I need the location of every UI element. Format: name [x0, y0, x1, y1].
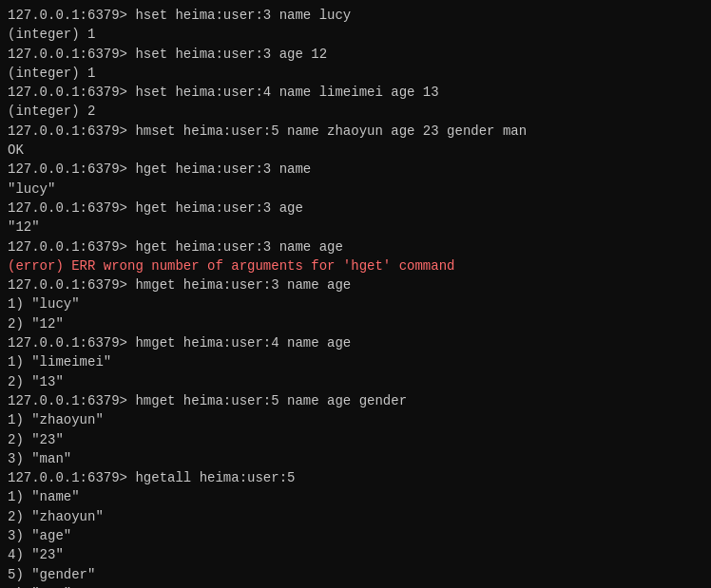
terminal-line: "lucy" — [8, 180, 703, 199]
terminal-line: 127.0.0.1:6379> hset heima:user:3 age 12 — [8, 45, 703, 64]
terminal-line: 2) "13" — [8, 372, 703, 391]
terminal-line: 127.0.0.1:6379> hget heima:user:3 name a… — [8, 237, 703, 256]
terminal-line: 127.0.0.1:6379> hmget heima:user:4 name … — [8, 333, 703, 352]
terminal-line: 1) "lucy" — [8, 294, 703, 313]
terminal-line: 127.0.0.1:6379> hset heima:user:3 name l… — [8, 6, 703, 25]
terminal-output: 127.0.0.1:6379> hset heima:user:3 name l… — [8, 6, 703, 588]
terminal-line: 1) "zhaoyun" — [8, 410, 703, 429]
terminal-line: OK — [8, 141, 703, 160]
terminal-line: 127.0.0.1:6379> hget heima:user:3 age — [8, 199, 703, 218]
terminal-line: "12" — [8, 218, 703, 237]
terminal-line: 3) "man" — [8, 449, 703, 468]
terminal-line: 4) "23" — [8, 545, 703, 564]
terminal-line: 6) "man" — [8, 584, 703, 588]
terminal-line: 3) "age" — [8, 526, 703, 545]
terminal-line: 1) "name" — [8, 487, 703, 506]
terminal-line: 127.0.0.1:6379> hmget heima:user:5 name … — [8, 391, 703, 410]
terminal-window[interactable]: 127.0.0.1:6379> hset heima:user:3 name l… — [0, 0, 711, 588]
terminal-line: (integer) 1 — [8, 25, 703, 44]
terminal-line: 2) "zhaoyun" — [8, 507, 703, 526]
terminal-line: 5) "gender" — [8, 565, 703, 584]
terminal-line: 127.0.0.1:6379> hgetall heima:user:5 — [8, 468, 703, 487]
terminal-line: 127.0.0.1:6379> hset heima:user:4 name l… — [8, 83, 703, 102]
terminal-line: (error) ERR wrong number of arguments fo… — [8, 256, 703, 275]
terminal-line: 127.0.0.1:6379> hmset heima:user:5 name … — [8, 122, 703, 141]
terminal-line: (integer) 2 — [8, 102, 703, 121]
terminal-line: 1) "limeimei" — [8, 352, 703, 371]
terminal-line: 127.0.0.1:6379> hget heima:user:3 name — [8, 160, 703, 179]
terminal-line: 2) "23" — [8, 430, 703, 449]
terminal-line: (integer) 1 — [8, 64, 703, 83]
terminal-line: 127.0.0.1:6379> hmget heima:user:3 name … — [8, 275, 703, 294]
terminal-line: 2) "12" — [8, 314, 703, 333]
